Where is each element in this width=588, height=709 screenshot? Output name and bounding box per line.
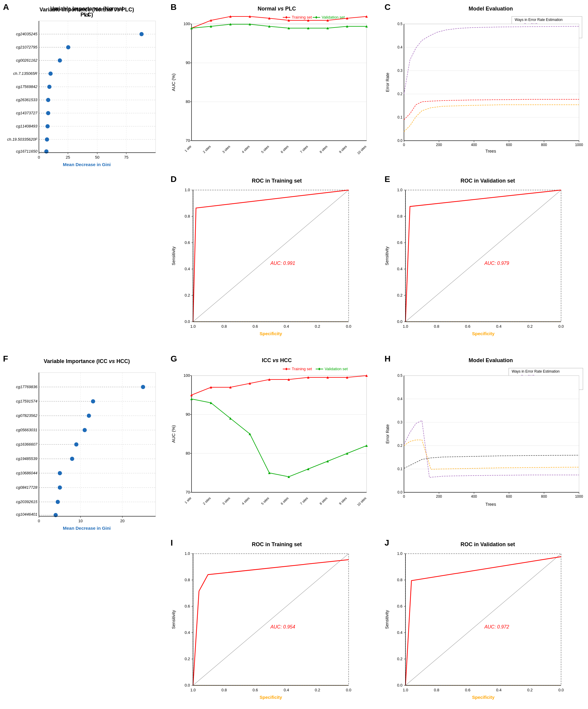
svg-text:0.8: 0.8 (434, 688, 439, 692)
svg-text:0.0: 0.0 (185, 683, 190, 687)
svg-text:cg08417728: cg08417728 (16, 485, 37, 490)
svg-text:ROC in Training set: ROC in Training set (252, 178, 302, 184)
svg-text:cg24035245: cg24035245 (16, 32, 37, 36)
svg-text:0.2: 0.2 (397, 444, 402, 448)
svg-text:100: 100 (183, 373, 190, 378)
panel-g-chart: ICC vs HCC Training set Validation set 1… (169, 352, 378, 531)
svg-point-236 (141, 385, 145, 389)
svg-text:ch.7.135065R: ch.7.135065R (13, 71, 37, 76)
svg-point-243 (58, 485, 62, 490)
svg-text:cg21072795: cg21072795 (16, 45, 37, 49)
svg-text:AUC: 0.991: AUC: 0.991 (270, 261, 295, 266)
svg-text:0.2: 0.2 (315, 324, 320, 329)
svg-text:Ways in Error Rate Estimation: Ways in Error Rate Estimation (512, 369, 560, 373)
svg-text:cg26361533: cg26361533 (16, 98, 37, 102)
svg-text:AUC: 0.979: AUC: 0.979 (484, 261, 509, 266)
svg-text:10 sites: 10 sites (356, 145, 367, 155)
svg-text:0.6: 0.6 (252, 688, 258, 692)
panel-c-label: C (384, 2, 391, 12)
panel-a-label: A (3, 2, 9, 12)
svg-text:0.2: 0.2 (185, 657, 190, 661)
svg-point-37 (139, 32, 144, 36)
svg-text:0.0: 0.0 (397, 490, 402, 494)
svg-text:Trees: Trees (485, 502, 496, 507)
svg-text:cg00261162: cg00261162 (16, 58, 37, 62)
svg-text:Mean Decrease in Gini: Mean Decrease in Gini (63, 526, 111, 531)
svg-text:ROC in Validation set: ROC in Validation set (460, 178, 515, 184)
svg-point-38 (66, 45, 70, 49)
svg-text:0.2: 0.2 (185, 293, 190, 297)
svg-text:Variable Importance (Normal vs: Variable Importance (Normal vs PLC) (39, 7, 134, 12)
svg-text:0.0: 0.0 (346, 324, 351, 329)
svg-text:9 sites: 9 sites (338, 145, 347, 154)
svg-text:0.4: 0.4 (496, 324, 502, 329)
panel-a: A Variable Importance (Normal vs PLC) Va… (0, 0, 173, 174)
panel-h-label: H (384, 354, 391, 364)
svg-text:Training set: Training set (292, 15, 312, 20)
svg-text:1.0: 1.0 (190, 688, 196, 692)
svg-text:Sensitivity: Sensitivity (171, 610, 176, 629)
svg-text:Specificity: Specificity (260, 331, 282, 336)
panel-j-label: J (384, 538, 389, 548)
svg-text:AUC: 0.954: AUC: 0.954 (270, 624, 295, 629)
svg-text:Model Evaluation: Model Evaluation (469, 357, 513, 363)
svg-text:ROC in Training set: ROC in Training set (252, 542, 302, 547)
svg-text:Ways in Error Rate Estimation: Ways in Error Rate Estimation (515, 18, 563, 22)
svg-text:0.0: 0.0 (397, 319, 402, 324)
svg-text:0: 0 (403, 494, 405, 499)
svg-text:cg14373727: cg14373727 (16, 111, 37, 115)
svg-text:10 sites: 10 sites (356, 496, 367, 507)
svg-text:Error Rate: Error Rate (385, 424, 390, 444)
svg-text:cg05663031: cg05663031 (16, 428, 37, 432)
svg-text:0.0: 0.0 (558, 324, 564, 329)
svg-text:25: 25 (66, 155, 70, 159)
svg-text:0: 0 (38, 155, 40, 159)
svg-text:90: 90 (186, 412, 190, 417)
svg-marker-63 (315, 16, 317, 19)
svg-text:0.1: 0.1 (397, 467, 402, 471)
svg-text:Mean Decrease in Gini: Mean Decrease in Gini (63, 162, 111, 167)
svg-text:0.2: 0.2 (397, 92, 402, 96)
svg-text:0: 0 (38, 519, 40, 523)
svg-text:AUC: 0.972: AUC: 0.972 (484, 624, 509, 629)
panel-i-chart: ROC in Training set 0.0 0.2 0.4 0.6 0.8 … (169, 536, 378, 709)
panel-d-chart: ROC in Training set 0.0 0.2 0.4 0.6 0.8 … (169, 172, 378, 352)
svg-text:0.6: 0.6 (465, 688, 471, 692)
svg-text:Model Evaluation: Model Evaluation (469, 6, 513, 12)
svg-text:7 sites: 7 sites (299, 496, 309, 505)
svg-text:0.2: 0.2 (527, 324, 533, 329)
panel-h: H Model Evaluation Ways in Error Rate Es… (383, 352, 588, 531)
svg-text:4 sites: 4 sites (241, 145, 250, 154)
svg-text:1.0: 1.0 (397, 551, 402, 556)
svg-text:0.5: 0.5 (397, 22, 402, 26)
svg-point-42 (46, 98, 50, 102)
svg-text:Error Rate: Error Rate (385, 73, 390, 92)
svg-text:0.8: 0.8 (434, 324, 439, 329)
panel-c-chart: Model Evaluation Ways in Error Rate Esti… (383, 0, 588, 174)
panel-j: J ROC in Validation set 0.0 0.2 0.4 0.6 … (383, 536, 588, 709)
panel-h-chart: Model Evaluation Ways in Error Rate Esti… (383, 352, 588, 531)
svg-text:Training set: Training set (292, 367, 312, 371)
svg-text:cg17769836: cg17769836 (16, 385, 37, 389)
svg-text:8 sites: 8 sites (319, 145, 328, 154)
svg-text:0.4: 0.4 (284, 324, 289, 329)
svg-text:0.4: 0.4 (397, 45, 402, 49)
panel-d: D ROC in Training set 0.0 0.2 0.4 0.6 0.… (169, 172, 378, 352)
svg-text:0.4: 0.4 (397, 267, 402, 271)
svg-text:Specificity: Specificity (472, 694, 495, 700)
svg-text:0: 0 (403, 143, 405, 147)
panel-f-chart: Variable Importance (ICC vs HCC) cg17769… (0, 352, 173, 531)
svg-text:Validation set: Validation set (325, 367, 348, 371)
svg-text:0.6: 0.6 (185, 240, 190, 245)
svg-text:400: 400 (471, 143, 477, 147)
svg-text:200: 200 (436, 143, 442, 147)
svg-text:cg17591574: cg17591574 (16, 399, 37, 403)
svg-text:7 sites: 7 sites (299, 145, 309, 154)
svg-text:Sensitivity: Sensitivity (384, 246, 389, 265)
svg-text:1.0: 1.0 (403, 688, 408, 692)
svg-text:ICC vs HCC: ICC vs HCC (262, 357, 292, 363)
panel-a-chart: Variable Importance (Normal vs PLC) Vari… (0, 0, 173, 174)
svg-text:600: 600 (506, 494, 512, 499)
panel-g-label: G (170, 354, 177, 364)
svg-text:5 sites: 5 sites (260, 145, 270, 154)
